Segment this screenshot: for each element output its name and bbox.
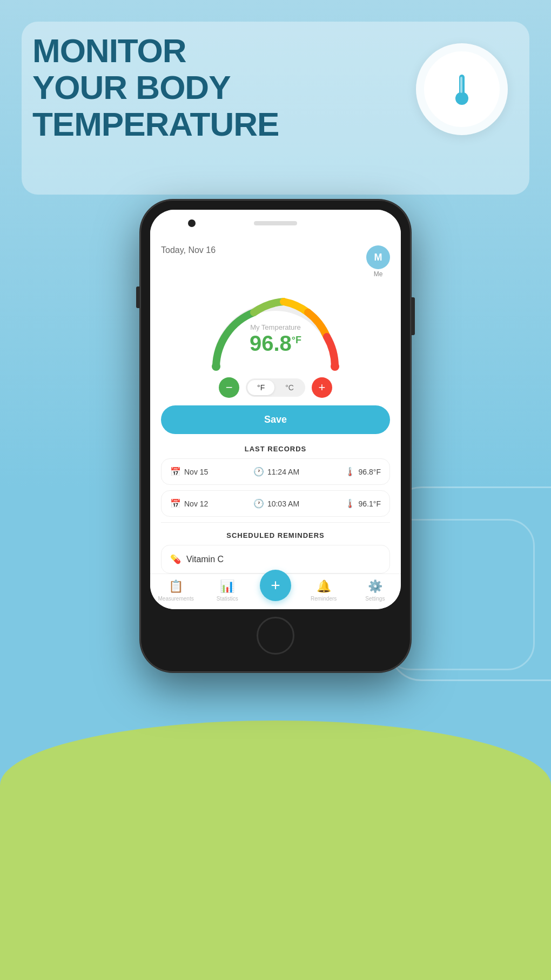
- last-records-title: LAST RECORDS: [161, 445, 390, 453]
- record-time-value-2: 10:03 AM: [267, 499, 299, 508]
- table-row: 📅 Nov 12 🕐 10:03 AM 🌡️ 96.1°F: [161, 490, 390, 517]
- title-line2: YOUR BODY: [32, 69, 230, 106]
- gauge-container: My Temperature 96.8°F: [161, 285, 390, 372]
- pill-icon: 💊: [170, 554, 181, 564]
- thermometer-icon-small-2: 🌡️: [345, 498, 355, 509]
- phone-camera: [188, 219, 196, 227]
- nav-measurements-label: Measurements: [158, 596, 194, 602]
- title-line1: MONITOR: [32, 32, 186, 69]
- record-date-value-1: Nov 15: [184, 468, 208, 476]
- phone-home-button[interactable]: [257, 617, 294, 655]
- phone-screen: Today, Nov 16 M Me: [150, 210, 401, 609]
- nav-statistics[interactable]: 📊 Statistics: [209, 579, 246, 602]
- unit-toggle: °F °C: [246, 378, 305, 397]
- save-button[interactable]: Save: [161, 405, 390, 434]
- gauge-value: 96.8°F: [250, 331, 301, 355]
- record-time-value-1: 11:24 AM: [267, 468, 299, 476]
- fahrenheit-button[interactable]: °F: [247, 380, 274, 395]
- calendar-icon: 📅: [170, 466, 181, 477]
- date-label: Today, Nov 16: [161, 245, 216, 255]
- nav-settings[interactable]: ⚙️ Settings: [356, 579, 394, 602]
- record-temp-1: 🌡️ 96.8°F: [345, 466, 381, 477]
- reminders-title: SCHEDULED REMINDERS: [161, 531, 390, 539]
- record-temp-value-1: 96.8°F: [359, 468, 381, 476]
- record-date-2: 📅 Nov 12: [170, 498, 208, 509]
- nav-measurements[interactable]: 📋 Measurements: [157, 579, 195, 602]
- reminders-section: SCHEDULED REMINDERS 💊 Vitamin C: [161, 522, 390, 574]
- bottom-nav: 📋 Measurements 📊 Statistics + 🔔 Reminder…: [150, 574, 401, 609]
- settings-icon: ⚙️: [368, 579, 382, 594]
- phone-device: Today, Nov 16 M Me: [140, 200, 411, 672]
- calendar-icon-2: 📅: [170, 498, 181, 509]
- header-section: MONITOR YOUR BODY TEMPERATURE: [32, 32, 279, 143]
- add-icon: +: [271, 576, 280, 595]
- decrement-button[interactable]: −: [219, 377, 239, 398]
- phone-wrapper: Today, Nov 16 M Me: [140, 200, 411, 672]
- record-temp-value-2: 96.1°F: [359, 499, 381, 508]
- thermometer-icon-inner: [424, 51, 500, 127]
- record-time-1: 🕐 11:24 AM: [253, 466, 299, 477]
- clock-icon: 🕐: [253, 466, 264, 477]
- add-button[interactable]: +: [260, 570, 291, 601]
- reminders-icon: 🔔: [317, 579, 331, 594]
- svg-rect-2: [460, 77, 462, 93]
- record-date-1: 📅 Nov 15: [170, 466, 208, 477]
- record-temp-2: 🌡️ 96.1°F: [345, 498, 381, 509]
- avatar[interactable]: M: [366, 245, 390, 269]
- gauge-number: 96.8: [250, 331, 292, 355]
- title-line3: TEMPERATURE: [32, 105, 279, 143]
- gauge-label: My Temperature: [250, 323, 301, 331]
- measurements-icon: 📋: [169, 579, 183, 594]
- user-section[interactable]: M Me: [366, 245, 390, 278]
- nav-reminders-label: Reminders: [311, 596, 337, 602]
- table-row: 📅 Nov 15 🕐 11:24 AM 🌡️ 96.8°F: [161, 458, 390, 485]
- svg-point-3: [212, 362, 220, 371]
- nav-statistics-label: Statistics: [217, 596, 238, 602]
- celsius-button[interactable]: °C: [276, 380, 304, 395]
- header-title: MONITOR YOUR BODY TEMPERATURE: [32, 32, 279, 143]
- increment-button[interactable]: +: [312, 377, 332, 398]
- app-content: Today, Nov 16 M Me: [150, 237, 401, 574]
- gauge-unit: °F: [292, 335, 301, 345]
- svg-point-1: [455, 92, 468, 105]
- svg-point-4: [331, 362, 339, 371]
- background-hill: [0, 721, 551, 980]
- thermometer-svg: [440, 70, 483, 108]
- user-label: Me: [366, 270, 390, 278]
- vitamin-label: Vitamin C: [186, 555, 224, 564]
- nav-settings-label: Settings: [365, 596, 385, 602]
- record-date-value-2: Nov 12: [184, 499, 208, 508]
- thermometer-icon-small: 🌡️: [345, 466, 355, 477]
- clock-icon-2: 🕐: [253, 498, 264, 509]
- phone-top-bar: [150, 210, 401, 237]
- statistics-icon: 📊: [220, 579, 234, 594]
- nav-reminders[interactable]: 🔔 Reminders: [305, 579, 342, 602]
- app-header-row: Today, Nov 16 M Me: [161, 245, 390, 278]
- thermometer-icon-circle: [416, 43, 508, 135]
- record-time-2: 🕐 10:03 AM: [253, 498, 299, 509]
- controls-row: − °F °C +: [161, 377, 390, 398]
- phone-speaker: [254, 221, 297, 225]
- gauge-center-text: My Temperature 96.8°F: [250, 323, 301, 355]
